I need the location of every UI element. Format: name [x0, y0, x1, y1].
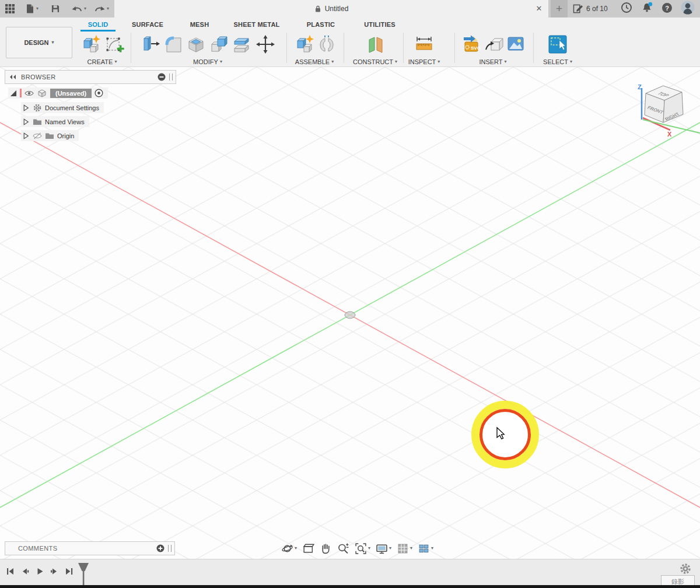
help-icon: ?	[662, 2, 673, 13]
collapsed-arrow-icon[interactable]	[22, 132, 30, 140]
origin-point[interactable]	[345, 312, 355, 318]
browser-drag-grip[interactable]	[169, 74, 173, 80]
display-settings-icon	[376, 542, 388, 555]
display-settings-button[interactable]: ▾	[376, 542, 391, 555]
item-label: Document Settings	[45, 104, 99, 111]
shell-icon[interactable]	[186, 34, 206, 54]
select-icon[interactable]	[546, 33, 569, 56]
new-tab-button[interactable]: +	[551, 0, 568, 18]
assemble-new-component-icon[interactable]	[294, 34, 315, 55]
browser-panel-header[interactable]: BROWSER	[5, 70, 176, 84]
notification-badge	[648, 2, 652, 6]
orbit-icon	[281, 542, 293, 555]
expanded-arrow-icon[interactable]	[9, 89, 17, 97]
comments-drag-grip[interactable]	[168, 545, 172, 552]
browser-item-named-views[interactable]: Named Views	[21, 116, 89, 127]
window-bottom-edge	[0, 585, 700, 588]
notifications-button[interactable]	[640, 2, 653, 16]
help-button[interactable]: ?	[662, 2, 673, 16]
viewport-canvas[interactable]: TOP FRONT RIGHT Z X	[0, 67, 700, 560]
document-title: Untitled	[325, 5, 349, 13]
extensions-button[interactable]	[621, 2, 632, 16]
svg-text:SVG: SVG	[471, 46, 481, 51]
timeline-settings-gear-icon[interactable]	[679, 562, 692, 575]
doc-pager[interactable]: 6 of 10	[573, 4, 608, 14]
comments-panel-header[interactable]: COMMENTS	[5, 541, 175, 555]
design-workspace-dropdown[interactable]: DESIGN ▾	[6, 27, 72, 58]
press-pull-icon[interactable]	[141, 34, 160, 54]
account-avatar[interactable]	[681, 1, 695, 17]
browser-hide-icon[interactable]	[158, 73, 166, 81]
move-copy-icon[interactable]	[256, 34, 275, 54]
svg-text:X: X	[667, 131, 672, 138]
item-label: Named Views	[45, 118, 85, 125]
document-tab[interactable]: Untitled ✕	[114, 0, 548, 18]
insert-svg-icon[interactable]: SVG	[461, 34, 481, 55]
fillet-icon[interactable]	[163, 34, 183, 54]
new-component-icon[interactable]	[80, 34, 102, 55]
viewports-button[interactable]: ▾	[418, 542, 433, 555]
svg-text:?: ?	[665, 4, 669, 11]
canvas-icon[interactable]	[507, 36, 524, 52]
root-document-label[interactable]: (Unsaved)	[50, 89, 92, 98]
tab-mesh[interactable]: MESH	[188, 21, 211, 29]
add-comment-icon[interactable]	[156, 544, 164, 552]
insert-dropdown[interactable]: INSERT▾	[457, 58, 528, 65]
collapsed-arrow-icon[interactable]	[22, 104, 30, 112]
grid-settings-button[interactable]: ▾	[397, 542, 412, 555]
look-at-button[interactable]	[302, 542, 314, 555]
timeline-go-to-end-button[interactable]	[64, 567, 74, 576]
fit-button[interactable]: ▾	[355, 542, 370, 555]
create-dropdown[interactable]: CREATE▾	[78, 58, 126, 65]
activate-component-radio[interactable]	[94, 89, 103, 97]
timeline-go-to-start-button[interactable]	[6, 567, 15, 576]
timeline-play-button[interactable]	[35, 567, 44, 576]
browser-item-document-settings[interactable]: Document Settings	[21, 102, 104, 113]
visibility-eye-icon[interactable]	[24, 90, 34, 97]
group-select: SELECT▾	[541, 32, 574, 65]
redo-button[interactable]: ▾	[94, 5, 109, 13]
save-button[interactable]	[51, 4, 60, 13]
inspect-dropdown[interactable]: INSPECT▾	[405, 58, 443, 65]
collapsed-arrow-icon[interactable]	[22, 118, 30, 126]
timeline-step-back-button[interactable]	[20, 567, 30, 576]
close-tab-button[interactable]: ✕	[534, 4, 544, 13]
group-modify: MODIFY▾	[135, 32, 280, 65]
pan-button[interactable]	[320, 542, 332, 555]
timeline-position-marker[interactable]	[76, 562, 92, 587]
file-menu-button[interactable]: ▾	[25, 4, 38, 14]
click-highlight	[475, 405, 535, 464]
assemble-dropdown[interactable]: ASSEMBLE▾	[290, 58, 339, 65]
insert-derive-icon[interactable]	[484, 34, 504, 55]
file-menu-caret-icon: ▾	[36, 6, 38, 11]
app-menu-button[interactable]	[5, 4, 15, 14]
joint-icon[interactable]	[318, 34, 335, 55]
construct-dropdown[interactable]: CONSTRUCT▾	[351, 58, 400, 65]
create-sketch-icon[interactable]	[104, 34, 124, 55]
tab-solid[interactable]: SOLID	[80, 21, 116, 29]
doc-pager-icon	[573, 4, 584, 14]
visibility-off-eye-icon[interactable]	[33, 132, 42, 139]
browser-item-origin[interactable]: Origin	[21, 130, 79, 141]
combine-icon[interactable]	[209, 34, 229, 54]
modify-dropdown[interactable]: MODIFY▾	[135, 58, 280, 65]
tab-sheet-metal[interactable]: SHEET METAL	[233, 21, 280, 29]
browser-root-row[interactable]: (Unsaved)	[8, 88, 108, 99]
construct-plane-icon[interactable]	[365, 34, 385, 54]
svg-text:Z: Z	[638, 83, 642, 90]
tab-plastic[interactable]: PLASTIC	[306, 21, 335, 29]
undo-button[interactable]: ▾	[71, 5, 86, 13]
browser-collapse-icon[interactable]	[9, 74, 16, 80]
timeline-step-forward-button[interactable]	[50, 567, 59, 576]
grid-settings-icon	[397, 542, 409, 555]
tab-utilities[interactable]: UTILITIES	[360, 21, 399, 29]
gear-icon	[33, 103, 42, 113]
orbit-button[interactable]: ▾	[281, 542, 297, 555]
select-dropdown[interactable]: SELECT▾	[541, 58, 574, 65]
measure-icon[interactable]	[414, 34, 435, 54]
file-icon	[25, 4, 35, 14]
split-body-icon[interactable]	[232, 34, 253, 54]
tab-surface[interactable]: SURFACE	[131, 21, 164, 29]
zoom-button[interactable]	[337, 542, 349, 555]
group-assemble: ASSEMBLE▾	[290, 32, 339, 65]
